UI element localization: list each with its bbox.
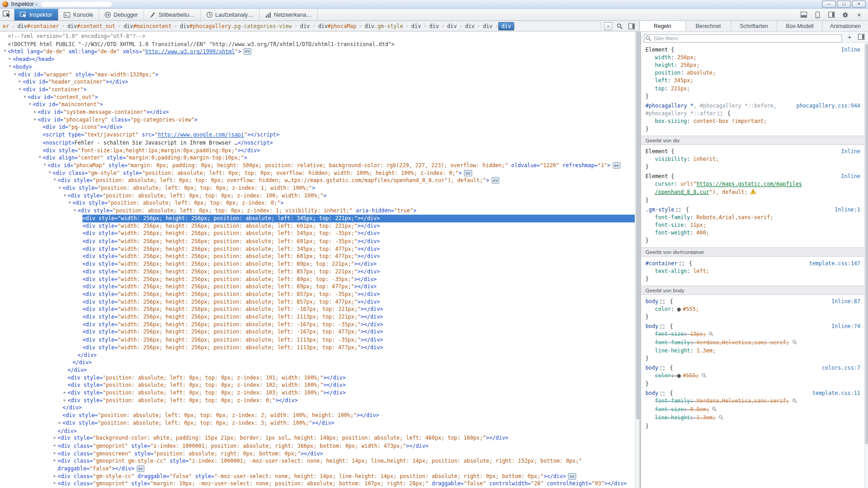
event-badge[interactable]: ev [137,465,145,472]
css-property[interactable]: line-height: 1.3em; [646,347,860,355]
overridden-search-icon[interactable] [709,331,714,338]
rule-selector[interactable]: body { [646,298,827,305]
markup-line[interactable]: ▼<body> [0,63,635,70]
markup-line[interactable]: <div style="width: 256px; height: 256px;… [0,343,635,351]
twisty-icon[interactable]: ▼ [37,154,42,162]
markup-line[interactable]: ▼<html lang="de-de" xml:lang="de-de" xml… [0,48,635,56]
css-property[interactable]: height: 256px; [646,61,860,69]
markup-line[interactable]: ▼<div class="gm-style" style="position: … [0,169,635,177]
breadcrumb-item[interactable]: div#container [15,23,62,30]
close-window-button[interactable]: × [852,0,866,8]
rule-source-link[interactable]: Inline [841,173,860,180]
markup-line[interactable]: <div style="width: 256px; height: 256px;… [0,222,635,230]
markup-line[interactable]: </div> [0,366,635,374]
settings-gear-button[interactable] [841,10,850,19]
markup-line[interactable]: <div style="position: absolute; left: 0p… [0,412,635,419]
css-property[interactable]: font-size: 11px; [646,221,860,229]
selector-highlighter-icon[interactable] [660,366,665,371]
rules-scrollbar-thumb[interactable] [865,44,868,444]
event-badge[interactable]: ev [613,162,621,169]
selector-highlighter-icon[interactable] [718,112,722,116]
rule-source-link[interactable]: Inline:87 [831,298,860,305]
twisty-icon[interactable]: ▶ [62,397,67,404]
twisty-icon[interactable]: ▶ [52,457,57,473]
twisty-icon[interactable]: ▼ [57,184,62,192]
dock-devtools-button[interactable] [827,10,836,19]
rule-source-link[interactable]: Inline:74 [831,323,860,330]
twisty-icon[interactable]: ▶ [32,108,38,116]
sidebar-tab-animationen[interactable]: Animationen [822,21,868,31]
twisty-icon[interactable]: ▶ [62,389,67,397]
rule-selector[interactable]: #container { [646,259,805,267]
markup-line[interactable]: <div style="width: 256px; height: 256px;… [0,336,635,343]
rule-selector[interactable]: Element { [646,46,837,54]
breadcrumb-scroll-right-button[interactable]: › [604,22,612,30]
rule-selector[interactable]: .gm-style { [646,206,830,214]
rules-scrollbar[interactable] [864,43,868,488]
markup-line[interactable]: <div style="width: 256px; height: 256px;… [0,291,635,298]
markup-line[interactable]: ▼<div style="position: absolute; left: 0… [0,199,635,207]
color-swatch[interactable] [677,308,681,312]
twisty-icon[interactable]: ▼ [42,161,47,169]
rule-selector[interactable]: body { [646,389,808,397]
twisty-icon[interactable]: ▼ [27,101,33,108]
css-property[interactable]: font-weight: 400; [646,229,860,237]
rule-source-link[interactable]: template.css:147 [809,259,860,267]
selector-highlighter-icon[interactable] [660,392,665,396]
maximize-button[interactable]: □ [837,0,851,8]
markup-line[interactable]: <div style="width: 256px; height: 256px;… [0,245,635,253]
url-link[interactable]: /openhand_8_8.cur [655,189,709,195]
breadcrumb-item[interactable]: div [480,23,495,30]
markup-line[interactable]: </div> [0,404,635,412]
markup-scrollbar-thumb[interactable] [636,32,639,420]
style-filter-input[interactable] [644,34,842,42]
color-swatch[interactable] [677,374,681,378]
event-badge[interactable]: ev [243,48,251,55]
devtools-tab-stilbearbeitu[interactable]: Stilbearbeitu… [144,9,201,21]
markup-line[interactable]: <div style="width: 256px; height: 256px;… [0,328,635,336]
event-badge[interactable]: ev [491,177,500,184]
markup-line[interactable]: ▶<head></head> [0,56,635,63]
rule-source-link[interactable]: colors.css:7 [822,364,860,372]
selector-highlighter-icon[interactable] [676,208,680,212]
css-property[interactable]: color: #555; [646,305,860,313]
css-property[interactable]: line-height: 1.3em; [646,414,860,422]
devtools-tab-konsole[interactable]: Konsole [58,9,99,21]
breadcrumb-item[interactable]: div [444,23,459,30]
twisty-icon[interactable]: ▶ [52,480,57,488]
css-property[interactable]: position: absolute; [646,69,860,77]
twisty-icon[interactable]: ▼ [17,86,23,94]
markup-line[interactable]: ▼<div id="phocaMap" style="margin: 0px; … [0,161,635,169]
twisty-icon[interactable]: ▶ [52,450,57,457]
css-property[interactable]: font-family: Verdana,Helvetica,sans-seri… [646,397,860,405]
markup-line[interactable]: ▼<div align="center" style="margin:0;pad… [0,154,635,162]
markup-line[interactable]: <div style="width: 256px; height: 256px;… [0,267,635,275]
twisty-icon[interactable]: ▶ [52,442,57,450]
breadcrumb-item[interactable]: div [426,23,441,30]
overridden-search-icon[interactable] [702,372,707,380]
event-badge[interactable]: ev [568,473,576,480]
markup-line[interactable]: ▶<div style="position: absolute; left: 0… [0,397,635,404]
twisty-icon[interactable]: ▼ [22,93,28,101]
pseudo-class-panel-button[interactable] [857,33,865,41]
breadcrumb-item[interactable]: div#phocagallery.pg-categories-view [177,23,295,30]
twisty-icon[interactable]: ▼ [72,207,77,215]
markup-line[interactable]: <div id="pg-icons"></div> [0,124,635,131]
devtools-tab-inspektor[interactable]: Inspektor [14,9,58,21]
devtools-tab-debugger[interactable]: Debugger [99,9,144,21]
expand-panel-icon[interactable] [627,22,635,30]
twisty-icon[interactable]: ▶ [52,472,57,480]
selector-highlighter-icon[interactable] [679,262,684,266]
sidebar-tab-schriftarten[interactable]: Schriftarten [731,21,777,31]
markup-line[interactable]: <div style="position: absolute; left: 0p… [0,374,635,381]
rule-selector[interactable]: body { [646,323,827,330]
overridden-search-icon[interactable] [718,414,723,422]
search-html-icon[interactable] [616,22,624,30]
markup-line[interactable]: <noscript>Fehler - schalten Sie Javascri… [0,139,635,146]
twisty-icon[interactable]: ▶ [52,435,57,442]
event-badge[interactable]: ev [464,169,472,176]
css-property[interactable]: font-size: 13px; [646,330,860,338]
twisty-icon[interactable]: ▶ [17,78,23,86]
markup-line[interactable]: <div style="width: 256px; height: 256px;… [0,283,635,291]
css-property[interactable]: width: 256px; [646,54,860,61]
